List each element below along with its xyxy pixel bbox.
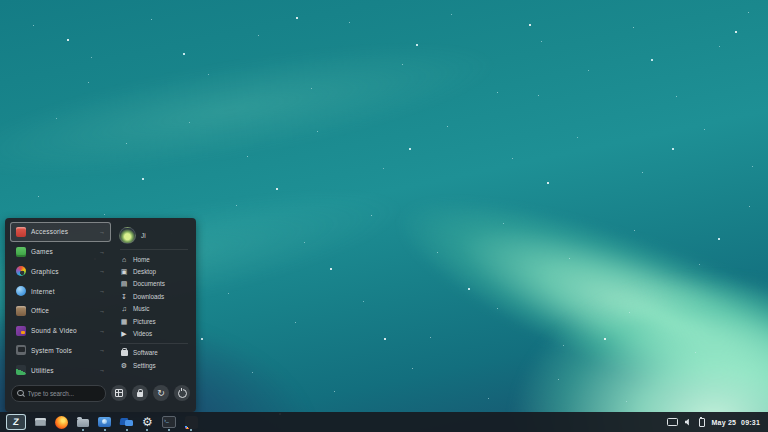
taskbar-item-open-window[interactable]	[35, 413, 46, 432]
restart-button[interactable]: ↻	[153, 385, 169, 401]
submenu-arrow-icon: →	[99, 229, 105, 235]
taskbar-item-camera[interactable]	[98, 413, 111, 432]
shortcut-label: Software	[133, 349, 158, 356]
menu-category-accessories[interactable]: Accessories →	[10, 222, 111, 242]
videos-icon: ▶	[120, 330, 128, 337]
office-icon	[16, 306, 26, 316]
sound-video-icon	[16, 326, 26, 336]
place-item-home[interactable]: ⌂ Home	[117, 253, 191, 265]
taskbar: Z ⚙	[0, 412, 768, 432]
settings-gear-icon: ⚙	[120, 362, 128, 369]
taskbar-item-settings[interactable]: ⚙	[142, 413, 153, 432]
window-icon	[35, 418, 46, 426]
place-label: Pictures	[133, 318, 156, 325]
menu-category-office[interactable]: Office →	[10, 301, 111, 321]
submenu-arrow-icon: →	[99, 347, 105, 353]
taskbar-apps: Z ⚙	[6, 413, 667, 432]
category-label: Accessories	[31, 228, 94, 235]
user-account-item[interactable]: Ji	[117, 224, 191, 246]
place-label: Documents	[133, 280, 165, 287]
place-item-videos[interactable]: ▶ Videos	[117, 327, 191, 339]
system-tools-icon	[16, 345, 26, 355]
stars-layer	[0, 0, 2, 2]
category-label: Graphics	[31, 268, 94, 275]
submenu-arrow-icon: →	[99, 308, 105, 314]
search-input[interactable]	[28, 390, 101, 397]
menu-category-graphics[interactable]: Graphics →	[10, 262, 111, 282]
apps-grid-icon	[115, 389, 123, 397]
zorin-menu-button[interactable]: Z	[6, 413, 26, 432]
running-indicator-dot	[146, 429, 148, 431]
place-label: Videos	[133, 330, 152, 337]
utilities-icon	[16, 365, 26, 375]
taskbar-item-files[interactable]	[77, 413, 89, 432]
place-label: Downloads	[133, 293, 164, 300]
running-indicator-dot	[82, 429, 84, 431]
menu-category-internet[interactable]: Internet →	[10, 281, 111, 301]
power-icon	[178, 389, 187, 398]
menu-bottom-bar: ↻	[5, 380, 196, 412]
app-menu-panel: Accessories → Games → Graphics → Interne…	[5, 218, 196, 412]
shortcut-item-software[interactable]: Software	[117, 347, 191, 359]
software-bag-icon	[121, 350, 128, 356]
display-icon	[667, 418, 678, 427]
place-item-pictures[interactable]: ▦ Pictures	[117, 315, 191, 327]
menu-category-sound-video[interactable]: Sound & Video →	[10, 321, 111, 341]
home-icon: ⌂	[120, 256, 128, 263]
accessories-icon	[16, 227, 26, 237]
search-icon	[17, 390, 24, 397]
shortcut-label: Settings	[133, 362, 156, 369]
submenu-arrow-icon: →	[99, 288, 105, 294]
internet-icon	[16, 286, 26, 296]
apps-grid-button[interactable]	[111, 385, 127, 401]
submenu-arrow-icon: →	[99, 268, 105, 274]
submenu-arrow-icon: →	[99, 249, 105, 255]
taskbar-item-terminal[interactable]	[162, 413, 176, 432]
gear-icon: ⚙	[142, 416, 153, 428]
menu-divider	[120, 343, 188, 344]
documents-icon: ▤	[120, 280, 128, 287]
place-item-desktop[interactable]: ▣ Desktop	[117, 265, 191, 277]
messaging-icon	[120, 417, 133, 428]
places-column: Ji ⌂ Home ▣ Desktop ▤ Documents ↧ Downlo…	[117, 222, 191, 380]
clock[interactable]: May 25 09:31	[712, 419, 760, 426]
running-indicator-dot	[126, 429, 128, 431]
taskbar-item-paint-app[interactable]	[185, 413, 198, 432]
running-indicator-dot	[104, 429, 106, 431]
system-tray[interactable]	[667, 417, 705, 427]
desktop-icon: ▣	[120, 268, 128, 275]
menu-category-utilities[interactable]: Utilities →	[10, 360, 111, 380]
user-name: Ji	[141, 232, 146, 239]
place-label: Desktop	[133, 268, 156, 275]
running-indicator-dot	[190, 429, 192, 431]
shortcut-item-settings[interactable]: ⚙ Settings	[117, 359, 191, 371]
submenu-arrow-icon: →	[99, 367, 105, 373]
power-button[interactable]	[174, 385, 190, 401]
place-label: Home	[133, 256, 150, 263]
place-item-music[interactable]: ♫ Music	[117, 303, 191, 315]
lock-screen-button[interactable]	[132, 385, 148, 401]
category-column: Accessories → Games → Graphics → Interne…	[10, 222, 111, 380]
paint-app-icon	[185, 416, 198, 429]
menu-category-games[interactable]: Games →	[10, 242, 111, 262]
place-item-downloads[interactable]: ↧ Downloads	[117, 290, 191, 302]
clock-time: 09:31	[741, 419, 760, 426]
taskbar-item-messaging[interactable]	[120, 413, 133, 432]
volume-icon	[685, 419, 692, 426]
terminal-icon	[162, 416, 176, 428]
zorin-logo-icon: Z	[6, 414, 26, 430]
aurora-corner-glow	[438, 222, 768, 432]
category-label: Utilities	[31, 367, 94, 374]
restart-icon: ↻	[157, 388, 165, 397]
folder-icon	[77, 419, 89, 428]
menu-category-system-tools[interactable]: System Tools →	[10, 341, 111, 361]
category-label: System Tools	[31, 347, 94, 354]
taskbar-item-firefox[interactable]	[55, 413, 68, 432]
firefox-icon	[55, 416, 68, 429]
graphics-icon	[16, 266, 26, 276]
place-label: Music	[133, 305, 149, 312]
category-label: Office	[31, 307, 94, 314]
category-label: Internet	[31, 288, 94, 295]
place-item-documents[interactable]: ▤ Documents	[117, 278, 191, 290]
search-box[interactable]	[11, 385, 106, 402]
